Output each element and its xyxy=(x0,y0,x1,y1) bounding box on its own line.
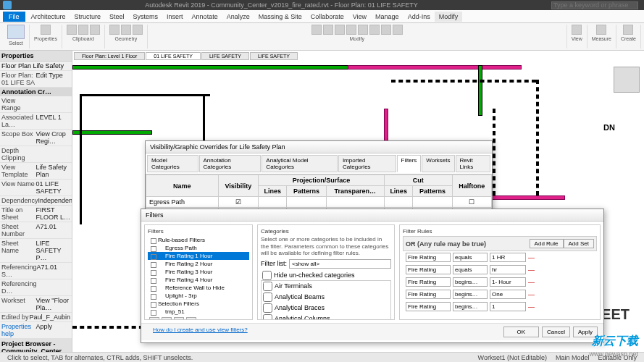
menu-tab-manage[interactable]: Manage xyxy=(371,12,403,22)
menu-tab-insert[interactable]: Insert xyxy=(162,12,188,22)
filter-tree-item[interactable]: Reference Wall to Hide xyxy=(148,284,249,292)
category-checkbox[interactable]: Analytical Columns xyxy=(262,313,390,320)
rule-value-input[interactable]: 1 HR xyxy=(490,253,526,262)
delete-rule-icon[interactable]: — xyxy=(528,303,535,311)
join-icon[interactable] xyxy=(121,25,131,35)
cope-icon[interactable] xyxy=(109,25,120,35)
add-rule-button[interactable]: Add Rule xyxy=(530,239,564,248)
filter-list-select[interactable]: <show all> xyxy=(289,259,391,269)
vg-tab[interactable]: Analytical Model Categories xyxy=(262,155,338,172)
cancel-button[interactable]: Cancel xyxy=(542,327,570,337)
rule-operator-select[interactable]: begins… xyxy=(453,277,488,287)
menu-tab-systems[interactable]: Systems xyxy=(129,12,163,22)
filter-tree-item[interactable]: Fire Rating 4 Hour xyxy=(148,276,249,284)
align-icon[interactable] xyxy=(311,25,322,35)
filter-tree-item[interactable]: Fire Rating 1 Hour xyxy=(148,252,249,260)
copy-icon[interactable] xyxy=(90,25,100,35)
filter-tree-item[interactable]: Fire Rating 3 Hour xyxy=(148,268,249,276)
property-row[interactable]: Sheet NameLIFE SAFETY P… xyxy=(0,239,72,263)
categories-list[interactable]: Air TerminalsAnalytical BeamsAnalytical … xyxy=(261,280,391,320)
view-icon[interactable] xyxy=(572,25,582,35)
menu-tab-massing-site[interactable]: Massing & Site xyxy=(254,12,306,22)
rule-param-select[interactable]: Fire Rating xyxy=(406,290,451,299)
vg-tab[interactable]: Revit Links xyxy=(456,155,491,172)
move-icon[interactable] xyxy=(323,25,333,35)
offset-icon[interactable] xyxy=(381,25,391,35)
paste-icon[interactable] xyxy=(67,25,77,35)
add-set-button[interactable]: Add Set xyxy=(564,239,594,248)
vg-filter-row[interactable]: Egress Path☑☐ xyxy=(146,197,492,208)
menu-tab-view[interactable]: View xyxy=(348,12,371,22)
instance-selector[interactable]: Floor Plan: 01 LIFE SA Edit Type xyxy=(0,71,72,88)
delete-rule-icon[interactable]: — xyxy=(528,279,535,286)
rule-operator-select[interactable]: equals xyxy=(453,253,488,262)
category-checkbox[interactable]: Analytical Beams xyxy=(262,292,390,303)
array-icon[interactable] xyxy=(358,25,368,35)
property-row[interactable]: Depth Clipping xyxy=(0,146,72,163)
properties-help[interactable]: Properties help Apply xyxy=(0,322,72,339)
property-row[interactable]: Sheet NumberA71.01 xyxy=(0,222,72,239)
rule-operator-select[interactable]: equals xyxy=(453,265,488,274)
new-filter-icon[interactable] xyxy=(149,317,159,320)
delete-filter-icon[interactable] xyxy=(186,317,196,320)
create-icon[interactable] xyxy=(623,25,633,35)
rule-param-select[interactable]: Fire Rating xyxy=(406,277,451,287)
rule-operator-select[interactable]: begins… xyxy=(453,290,488,299)
help-search-input[interactable] xyxy=(551,1,638,9)
delete-rule-icon[interactable]: — xyxy=(528,266,535,274)
menu-tab-architecture[interactable]: Architecture xyxy=(27,12,70,22)
property-row[interactable]: Referencing D… xyxy=(0,279,72,296)
ok-button[interactable]: OK xyxy=(503,327,540,337)
property-row[interactable]: View Range xyxy=(0,96,72,113)
cut-icon[interactable] xyxy=(78,25,88,35)
category-checkbox[interactable]: Analytical Braces xyxy=(262,303,390,313)
property-row[interactable]: Edited byPaul_F_Aubin xyxy=(0,313,72,322)
delete-rule-icon[interactable]: — xyxy=(528,291,535,298)
scale-icon[interactable] xyxy=(393,25,403,35)
rule-value-input[interactable]: hr xyxy=(490,265,526,274)
rule-value-input[interactable]: 1- Hour xyxy=(490,277,526,287)
property-row[interactable]: Associated La…LEVEL 1 xyxy=(0,113,72,130)
vg-tab[interactable]: Annotation Categories xyxy=(199,155,262,172)
property-row[interactable]: Title on SheetFIRST FLOOR L… xyxy=(0,206,72,222)
menu-tab-modify[interactable]: Modify xyxy=(435,12,463,22)
tree-sel-item[interactable]: tmp_51 xyxy=(148,308,249,316)
rule-value-input[interactable]: 1 xyxy=(490,302,526,311)
menu-tab-steel[interactable]: Steel xyxy=(105,12,129,22)
menu-tab-annotate[interactable]: Annotate xyxy=(188,12,222,22)
property-row[interactable]: Scope BoxView Crop Regi… xyxy=(0,130,72,146)
filter-tree-item[interactable]: Fire Rating 2 Hour xyxy=(148,260,249,268)
menu-tab-collaborate[interactable]: Collaborate xyxy=(306,12,348,22)
vg-tab[interactable]: Model Categories xyxy=(147,155,198,172)
rule-param-select[interactable]: Fire Rating xyxy=(406,302,451,311)
filter-tree-item[interactable]: Uplight - 3rp xyxy=(148,292,249,300)
property-row[interactable]: View TemplateLife Safety Plan xyxy=(0,163,72,180)
menu-tab-add-ins[interactable]: Add-Ins xyxy=(403,12,435,22)
status-main-model[interactable]: Main Model xyxy=(556,354,590,361)
property-row[interactable]: WorksetView "Floor Pla… xyxy=(0,296,72,313)
rename-filter-icon[interactable] xyxy=(174,317,184,320)
duplicate-filter-icon[interactable] xyxy=(162,317,172,320)
hide-unchecked-checkbox[interactable]: Hide un-checked categories xyxy=(261,271,356,279)
vg-tab[interactable]: Imported Categories xyxy=(338,155,396,172)
menu-tab-analyze[interactable]: Analyze xyxy=(222,12,254,22)
menu-tab-structure[interactable]: Structure xyxy=(70,12,106,22)
modify-tool-icon[interactable] xyxy=(7,25,25,39)
split-icon[interactable] xyxy=(133,25,143,35)
filter-tree-item[interactable]: Egress Path xyxy=(148,244,249,252)
file-menu[interactable]: File xyxy=(3,12,25,22)
trim-icon[interactable] xyxy=(369,25,380,35)
property-row[interactable]: DependencyIndependent xyxy=(0,196,72,206)
tree-rule-based[interactable]: Rule-based Filters xyxy=(148,236,249,244)
vg-tab[interactable]: Filters xyxy=(397,155,422,172)
rule-operator-select[interactable]: begins… xyxy=(453,302,488,311)
property-row[interactable]: View Name01 LIFE SAFETY xyxy=(0,180,72,196)
rule-param-select[interactable]: Fire Rating xyxy=(406,253,451,262)
rotate-icon[interactable] xyxy=(335,25,345,35)
type-selector[interactable]: Floor Plan Life Safety xyxy=(0,62,72,71)
tree-selection-filters[interactable]: Selection Filters xyxy=(148,300,249,308)
mirror-icon[interactable] xyxy=(346,25,356,35)
properties-icon[interactable] xyxy=(41,25,51,35)
status-workset[interactable]: Workset1 (Not Editable) xyxy=(478,354,547,361)
category-checkbox[interactable]: Air Terminals xyxy=(262,281,390,292)
